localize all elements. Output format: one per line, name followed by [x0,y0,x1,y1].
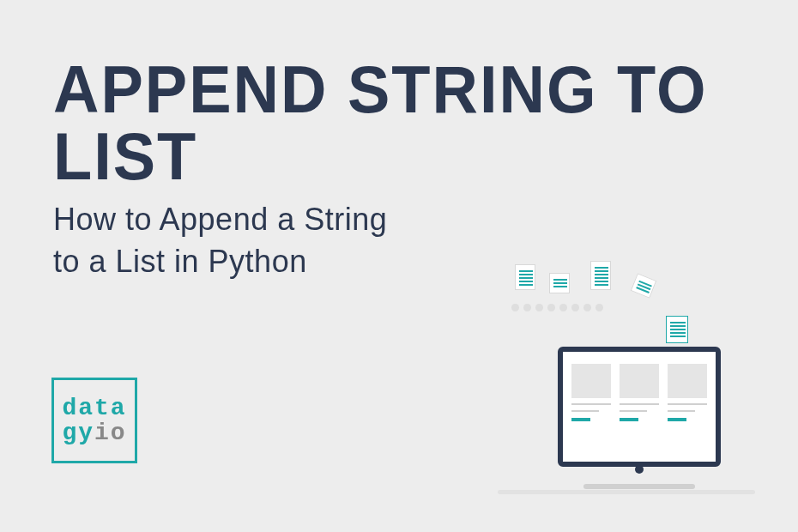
subtitle-line-1: How to Append a String [53,199,747,241]
content-card-icon [571,364,611,421]
document-icon [590,261,611,290]
pagination-dots-icon [511,304,603,311]
monitor-icon [558,347,721,467]
logo-gy: gy [62,420,94,446]
logo: data gyio [51,378,137,463]
logo-text-bottom: gyio [62,420,126,445]
document-icon [631,273,656,298]
shadow [498,490,755,494]
document-icon [549,273,570,293]
logo-io: io [94,420,127,446]
monitor-stand-icon [583,484,695,489]
document-icon [515,264,535,290]
content-card-icon [620,364,659,421]
page-title: APPEND STRING TO LIST [53,57,747,190]
logo-text-top: data [62,396,126,420]
illustration [463,257,764,498]
content-card-icon [668,364,707,421]
document-icon [666,316,688,343]
